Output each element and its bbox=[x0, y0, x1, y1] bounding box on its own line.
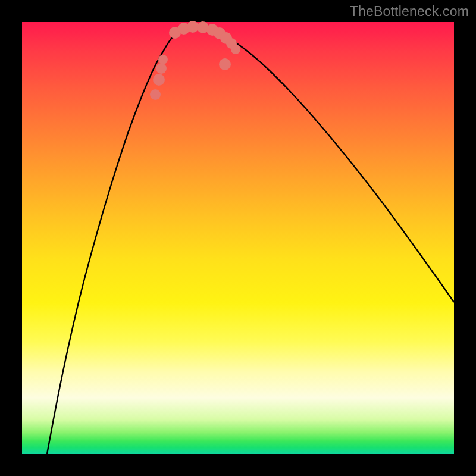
marker-group bbox=[150, 21, 240, 100]
data-marker bbox=[231, 45, 240, 54]
chart-frame: TheBottleneck.com bbox=[0, 0, 476, 476]
curve-right bbox=[212, 30, 454, 302]
data-marker bbox=[158, 55, 168, 64]
data-marker bbox=[219, 58, 231, 70]
chart-svg bbox=[22, 22, 454, 454]
data-marker bbox=[156, 63, 167, 74]
data-marker bbox=[150, 89, 161, 100]
data-marker bbox=[187, 21, 199, 33]
watermark-text: TheBottleneck.com bbox=[350, 4, 469, 20]
data-marker bbox=[153, 74, 165, 86]
